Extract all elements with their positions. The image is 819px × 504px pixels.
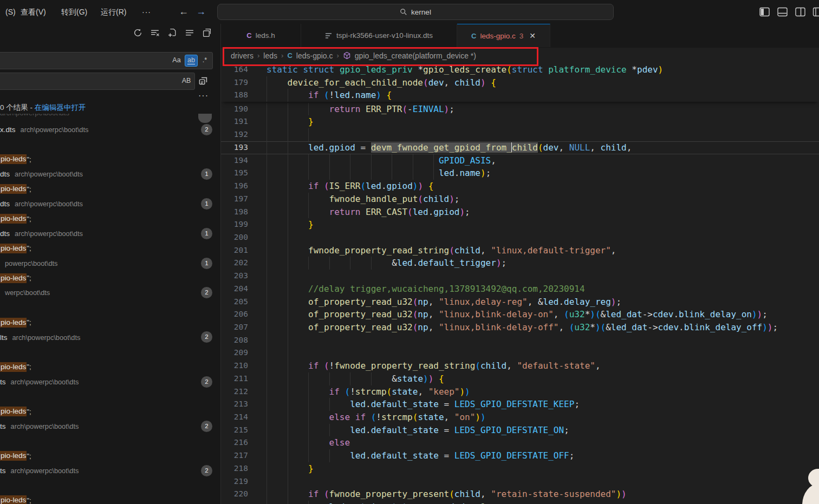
code-line-216[interactable]: 216else [221, 436, 819, 449]
open-in-editor-link[interactable]: 在编辑器中打开 [35, 103, 86, 112]
code-editor[interactable]: 164static struct gpio_leds_priv *gpio_le… [221, 63, 819, 504]
toggle-sidebar-icon[interactable] [759, 6, 770, 17]
code-line-190[interactable]: 190return ERR_PTR(-EINVAL); [221, 103, 819, 116]
line-number: 164 [221, 63, 248, 76]
regex-toggle[interactable]: .* [199, 55, 211, 66]
back-arrow-icon[interactable]: ← [179, 0, 188, 24]
code-text: led.retain_state_suspended = 1; [329, 501, 491, 504]
code-line-201[interactable]: 201fwnode_property_read_string(child, "l… [221, 244, 819, 257]
code-line-217[interactable]: 217led.default_state = LEDS_GPIO_DEFSTAT… [221, 449, 819, 462]
result-file-row[interactable]: werpc\boot\dts2 [0, 285, 220, 300]
code-line-203[interactable]: 203 [221, 270, 819, 283]
result-match-row[interactable]: pio-leds"; [0, 271, 220, 285]
indent-guide [266, 141, 267, 154]
code-line-207[interactable]: 207of_property_read_u32(np, "linux,blink… [221, 321, 819, 334]
result-match-row[interactable]: pio-leds"; [0, 315, 220, 330]
tab-tspi-dts[interactable]: tspi-rk3566-user-v10-linux.dts [301, 24, 457, 47]
result-file-row[interactable]: dtsarch\powerpc\boot\dts1 [0, 197, 220, 211]
command-center-search[interactable]: kernel [217, 4, 614, 20]
preserve-case-toggle[interactable]: AB [180, 75, 192, 86]
code-line-197[interactable]: 197fwnode_handle_put(child); [221, 193, 819, 206]
search-more-actions[interactable]: ··· [198, 91, 209, 101]
close-icon[interactable]: ✕ [529, 31, 536, 40]
menu-run[interactable]: 运行(R) [95, 0, 132, 24]
open-new-search-editor-icon[interactable] [168, 28, 177, 37]
breadcrumb-drivers[interactable]: drivers [231, 51, 253, 60]
replace-input[interactable]: AB [0, 73, 195, 90]
indent-guide [308, 411, 309, 424]
breadcrumb-file[interactable]: leds-gpio.c [296, 51, 333, 60]
menu-more[interactable]: ··· [136, 0, 157, 24]
replace-all-icon[interactable] [198, 76, 209, 86]
match-count-badge: 1 [201, 168, 212, 180]
breadcrumb-leds[interactable]: leds [263, 51, 277, 60]
match-case-toggle[interactable]: Aa [171, 55, 183, 66]
code-line-192[interactable]: 192 [221, 128, 819, 141]
code-line-210[interactable]: 210if (!fwnode_property_read_string(chil… [221, 359, 819, 372]
code-line-214[interactable]: 214else if (!strcmp(state, "on")) [221, 411, 819, 424]
code-line-188[interactable]: 188if (!led.name) { [221, 89, 819, 102]
whole-word-toggle[interactable]: ab [185, 55, 198, 67]
code-line-198[interactable]: 198return ERR_CAST(led.gpiod); [221, 206, 819, 219]
toggle-secondary-sidebar-icon[interactable] [795, 6, 806, 17]
result-file-row[interactable]: ltsarch\powerpc\boot\dts2 [0, 330, 220, 344]
customize-layout-icon[interactable] [812, 6, 819, 17]
result-match-row[interactable]: pio-leds"; [0, 211, 220, 226]
result-file-row[interactable]: dtsarch\powerpc\boot\dts1 [0, 167, 220, 181]
result-file-row[interactable]: tsarch\powerpc\boot\dts2 [0, 419, 220, 434]
result-match-row[interactable]: pio-leds"; [0, 241, 220, 256]
file-name: dts [0, 230, 10, 238]
code-line-218[interactable]: 218} [221, 462, 819, 475]
code-line-205[interactable]: 205of_property_read_u32(np, "linux,delay… [221, 296, 819, 309]
code-line-200[interactable]: 200 [221, 231, 819, 244]
indent-guide [329, 449, 330, 462]
code-line-204[interactable]: 204//delay trigger,wucaicheng,1378913492… [221, 283, 819, 296]
toggle-panel-icon[interactable] [777, 6, 788, 17]
code-line-179[interactable]: 179device_for_each_child_node(dev, child… [221, 76, 819, 89]
indent-guide [329, 398, 330, 411]
result-match-row[interactable]: pio-leds"; [0, 449, 220, 463]
code-line-208[interactable]: 208 [221, 334, 819, 347]
result-file-row[interactable]: powerpc\boot\dts1 [0, 256, 220, 271]
menu-goto[interactable]: 转到(G) [56, 0, 93, 24]
result-file-row[interactable]: dtsarch\powerpc\boot\dts1 [0, 226, 220, 241]
result-match-row[interactable]: pio-leds"; [0, 152, 220, 167]
open-in-editor-icon[interactable] [203, 28, 212, 37]
code-line-164[interactable]: 164static struct gpio_leds_priv *gpio_le… [221, 63, 819, 76]
result-match-row[interactable]: pio-leds"; [0, 182, 220, 197]
vscode-window: (S) 查看(V) 转到(G) 运行(R) ··· ← → kernel Aa … [0, 0, 819, 504]
code-line-211[interactable]: 211&state)) { [221, 372, 819, 385]
code-line-195[interactable]: 195led.name); [221, 167, 819, 180]
match-count-badge: 1 [201, 228, 212, 239]
code-line-212[interactable]: 212if (!strcmp(state, "keep")) [221, 385, 819, 398]
forward-arrow-icon[interactable]: → [196, 0, 206, 24]
line-number: 207 [221, 321, 248, 334]
code-line-219[interactable]: 219 [221, 475, 819, 488]
result-file-row[interactable]: tsarch\powerpc\boot\dts2 [0, 463, 220, 478]
code-line-193[interactable]: 193led.gpiod = devm_fwnode_get_gpiod_fro… [221, 141, 819, 154]
code-line-215[interactable]: 215led.default_state = LEDS_GPIO_DEFSTAT… [221, 424, 819, 437]
code-line-206[interactable]: 206of_property_read_u32(np, "linux,blink… [221, 308, 819, 321]
clear-search-results-icon[interactable] [151, 28, 160, 37]
view-as-list-icon[interactable] [185, 28, 194, 37]
code-line-221[interactable]: 221led.retain_state_suspended = 1; [221, 501, 819, 504]
code-line-194[interactable]: 194GPIOD_ASIS, [221, 154, 819, 167]
tab-leds-gpio-c[interactable]: C leds-gpio.c 3 ✕ [457, 24, 550, 47]
code-line-196[interactable]: 196if (IS_ERR(led.gpiod)) { [221, 180, 819, 193]
result-file-row[interactable]: tsarch\powerpc\boot\dts2 [0, 375, 220, 389]
code-line-213[interactable]: 213led.default_state = LEDS_GPIO_DEFSTAT… [221, 398, 819, 411]
tab-leds-h[interactable]: C leds.h [221, 24, 301, 47]
search-input[interactable]: Aa ab .* [0, 52, 213, 69]
refresh-icon[interactable] [133, 28, 142, 37]
code-line-209[interactable]: 209 [221, 346, 819, 359]
code-line-199[interactable]: 199} [221, 218, 819, 231]
result-match-row[interactable]: pio-leds"; [0, 493, 220, 504]
result-match-row[interactable]: pio-leds"; [0, 359, 220, 374]
menu-view[interactable]: 查看(V) [15, 0, 51, 24]
result-match-row[interactable]: pio-leds"; [0, 404, 220, 418]
breadcrumb-symbol[interactable]: gpio_leds_create(platform_device *) [355, 51, 476, 60]
result-file-row[interactable]: x.dtsarch\powerpc\boot\dts2 [0, 122, 220, 137]
code-line-202[interactable]: 202&led.default_trigger); [221, 257, 819, 270]
code-line-220[interactable]: 220if (fwnode_property_present(child, "r… [221, 488, 819, 501]
code-line-191[interactable]: 191} [221, 115, 819, 128]
